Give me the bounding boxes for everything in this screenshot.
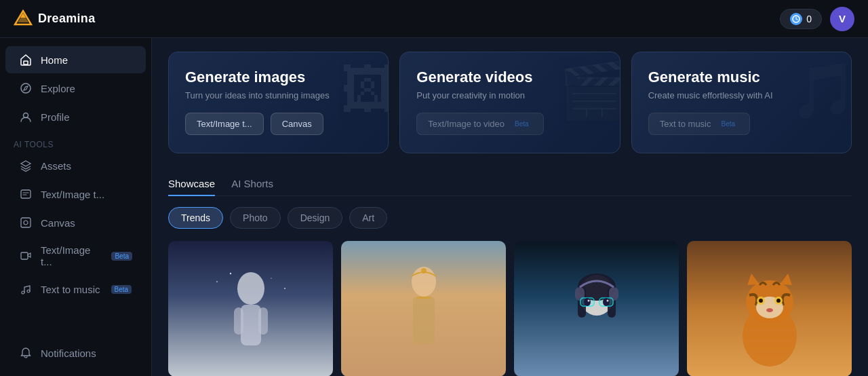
text-image-video-button-label: Text/Image to video xyxy=(428,119,505,129)
tab-ai-shorts[interactable]: AI Shorts xyxy=(231,172,273,196)
svg-rect-22 xyxy=(413,297,435,344)
text-image-button[interactable]: Text/Image t... xyxy=(185,113,264,135)
sidebar-item-explore[interactable]: Explore xyxy=(5,75,146,102)
credits-count: 0 xyxy=(806,14,812,24)
image-placeholder-1 xyxy=(168,241,333,376)
sidebar-item-notifications-label: Notifications xyxy=(41,347,96,359)
svg-rect-8 xyxy=(21,218,31,227)
svg-rect-7 xyxy=(21,190,31,198)
svg-rect-4 xyxy=(24,61,28,64)
canvas-button[interactable]: Canvas xyxy=(271,113,323,135)
sidebar-item-canvas[interactable]: Canvas xyxy=(5,209,146,236)
svg-point-13 xyxy=(237,272,264,305)
canvas-button-label: Canvas xyxy=(282,119,312,129)
sidebar-item-text-image[interactable]: Text/Image t... xyxy=(5,181,146,208)
svg-point-46 xyxy=(766,308,773,312)
image-card-1[interactable] xyxy=(168,241,333,376)
music-icon xyxy=(19,282,33,296)
sidebar-item-assets-label: Assets xyxy=(41,160,71,172)
credits-button[interactable]: 0 xyxy=(780,9,822,29)
filter-trends[interactable]: Trends xyxy=(168,207,223,229)
images-card-title: Generate images xyxy=(185,69,372,86)
user-avatar[interactable]: V xyxy=(830,7,854,31)
sidebar-item-notifications[interactable]: Notifications xyxy=(5,339,146,366)
feature-cards: 🖼 Generate images Turn your ideas into s… xyxy=(168,52,852,153)
credits-icon xyxy=(790,13,802,25)
svg-point-5 xyxy=(21,83,31,93)
feature-card-videos[interactable]: 🎬 Generate videos Put your creativity in… xyxy=(399,52,620,153)
videos-card-buttons: Text/Image to video Beta xyxy=(416,113,603,135)
main-content: 🖼 Generate images Turn your ideas into s… xyxy=(152,38,868,376)
svg-rect-10 xyxy=(21,252,28,259)
beta-badge-video: Beta xyxy=(111,252,132,261)
sidebar-item-home[interactable]: Home xyxy=(5,46,146,73)
music-card-subtitle: Create music effortlessly with AI xyxy=(648,90,835,100)
image-placeholder-4 xyxy=(687,241,852,376)
sidebar-item-canvas-label: Canvas xyxy=(41,217,75,229)
image-placeholder-3 xyxy=(514,241,679,376)
tab-showcase[interactable]: Showcase xyxy=(168,172,215,196)
music-btn-beta: Beta xyxy=(718,119,739,128)
sidebar: Home Explore Profile AI tools xyxy=(0,38,152,376)
svg-rect-24 xyxy=(417,297,431,299)
sidebar-item-text-image-video[interactable]: Text/Image t... Beta xyxy=(5,238,146,274)
svg-point-44 xyxy=(759,299,763,303)
ai-tools-label: AI tools xyxy=(0,132,151,152)
header: Dreamina 0 V xyxy=(0,0,868,38)
sidebar-item-profile-label: Profile xyxy=(41,111,70,123)
filter-row: Trends Photo Design Art xyxy=(168,207,852,229)
svg-point-12 xyxy=(27,290,30,293)
svg-rect-16 xyxy=(258,307,268,335)
layers-icon xyxy=(19,159,33,172)
sidebar-item-assets[interactable]: Assets xyxy=(5,152,146,179)
svg-point-20 xyxy=(284,288,285,289)
beta-badge-music: Beta xyxy=(111,285,132,294)
music-card-title: Generate music xyxy=(648,69,835,86)
logo[interactable]: Dreamina xyxy=(14,10,95,29)
user-icon xyxy=(19,110,33,124)
svg-point-35 xyxy=(584,298,591,306)
text-image-icon xyxy=(19,187,33,201)
svg-point-19 xyxy=(271,278,272,279)
images-card-subtitle: Turn your ideas into stunning images xyxy=(185,90,372,100)
sidebar-item-text-music[interactable]: Text to music Beta xyxy=(5,276,146,303)
feature-card-music[interactable]: 🎵 Generate music Create music effortless… xyxy=(631,52,852,153)
image-card-3[interactable] xyxy=(514,241,679,376)
svg-point-45 xyxy=(776,299,781,303)
text-music-button[interactable]: Text to music Beta xyxy=(648,113,750,135)
sidebar-item-profile[interactable]: Profile xyxy=(5,103,146,130)
music-card-buttons: Text to music Beta xyxy=(648,113,835,135)
video-btn-beta: Beta xyxy=(511,119,532,128)
text-music-button-label: Text to music xyxy=(660,119,711,129)
filter-photo[interactable]: Photo xyxy=(230,207,281,229)
sidebar-item-text-image-label: Text/Image t... xyxy=(41,189,104,200)
showcase-tabs: Showcase AI Shorts xyxy=(168,172,852,196)
sidebar-item-text-image-video-label: Text/Image t... xyxy=(41,244,100,267)
layout: Home Explore Profile AI tools xyxy=(0,38,868,376)
videos-card-title: Generate videos xyxy=(416,69,603,86)
filter-art[interactable]: Art xyxy=(349,207,387,229)
feature-card-images[interactable]: 🖼 Generate images Turn your ideas into s… xyxy=(168,52,389,153)
videos-card-subtitle: Put your creativity in motion xyxy=(416,90,603,100)
image-grid xyxy=(168,241,852,376)
svg-rect-14 xyxy=(241,305,261,345)
sidebar-item-explore-label: Explore xyxy=(41,83,75,94)
svg-point-9 xyxy=(24,221,28,225)
logo-text: Dreamina xyxy=(38,12,95,26)
home-icon xyxy=(19,53,33,67)
video-icon xyxy=(19,249,33,263)
logo-icon xyxy=(14,10,33,29)
text-image-button-label: Text/Image t... xyxy=(197,119,252,129)
svg-rect-30 xyxy=(609,287,618,301)
image-card-2[interactable] xyxy=(341,241,506,376)
svg-point-23 xyxy=(421,268,427,274)
svg-point-17 xyxy=(216,281,218,282)
canvas-icon xyxy=(19,216,33,229)
image-card-4[interactable] xyxy=(687,241,852,376)
filter-design[interactable]: Design xyxy=(288,207,343,229)
sidebar-item-home-label: Home xyxy=(41,54,68,66)
svg-point-11 xyxy=(22,291,24,294)
text-image-video-button[interactable]: Text/Image to video Beta xyxy=(416,113,543,135)
svg-rect-15 xyxy=(234,307,243,335)
svg-point-36 xyxy=(603,298,610,306)
